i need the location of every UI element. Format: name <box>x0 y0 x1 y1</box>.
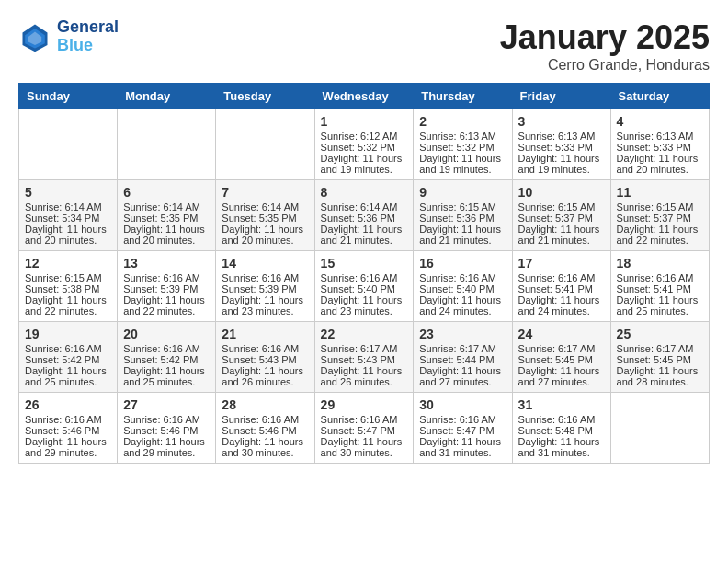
day-number: 21 <box>222 327 308 341</box>
calendar-cell: 29Sunrise: 6:16 AMSunset: 5:47 PMDayligh… <box>314 393 414 464</box>
calendar-cell: 16Sunrise: 6:16 AMSunset: 5:40 PMDayligh… <box>414 251 512 322</box>
calendar-cell: 1Sunrise: 6:12 AMSunset: 5:32 PMDaylight… <box>314 109 414 180</box>
day-info-line: Sunset: 5:33 PM <box>617 142 703 153</box>
day-info-line: Daylight: 11 hours and 21 minutes. <box>518 224 605 246</box>
day-info-line: Sunset: 5:37 PM <box>617 213 703 224</box>
col-header-sunday: Sunday <box>19 84 118 109</box>
calendar-cell: 9Sunrise: 6:15 AMSunset: 5:36 PMDaylight… <box>414 180 512 251</box>
day-number: 22 <box>321 327 408 341</box>
day-info-line: Daylight: 11 hours and 19 minutes. <box>321 153 408 175</box>
day-number: 23 <box>419 327 506 341</box>
day-info-line: Daylight: 11 hours and 21 minutes. <box>321 224 408 246</box>
calendar-cell: 3Sunrise: 6:13 AMSunset: 5:33 PMDaylight… <box>512 109 610 180</box>
col-header-wednesday: Wednesday <box>314 84 414 109</box>
day-info-line: Daylight: 11 hours and 19 minutes. <box>419 153 506 175</box>
day-info-line: Sunrise: 6:17 AM <box>321 343 408 354</box>
day-number: 3 <box>518 114 605 129</box>
day-number: 20 <box>123 327 210 341</box>
calendar-cell: 11Sunrise: 6:15 AMSunset: 5:37 PMDayligh… <box>610 180 709 251</box>
calendar-cell: 12Sunrise: 6:15 AMSunset: 5:38 PMDayligh… <box>19 251 118 322</box>
day-info-line: Daylight: 11 hours and 26 minutes. <box>321 365 408 387</box>
day-number: 25 <box>617 327 703 341</box>
logo: General Blue <box>18 18 119 55</box>
day-info-line: Sunset: 5:47 PM <box>321 425 408 436</box>
day-number: 8 <box>321 185 408 200</box>
day-info-line: Daylight: 11 hours and 26 minutes. <box>222 365 308 387</box>
calendar-cell: 18Sunrise: 6:16 AMSunset: 5:41 PMDayligh… <box>610 251 709 322</box>
day-info-line: Sunrise: 6:17 AM <box>518 343 605 354</box>
calendar-table: SundayMondayTuesdayWednesdayThursdayFrid… <box>18 83 710 464</box>
day-info-line: Sunrise: 6:17 AM <box>617 343 703 354</box>
day-info-line: Sunset: 5:48 PM <box>518 425 605 436</box>
logo-text: General Blue <box>57 18 119 55</box>
calendar-cell: 10Sunrise: 6:15 AMSunset: 5:37 PMDayligh… <box>512 180 610 251</box>
day-info-line: Sunrise: 6:16 AM <box>617 272 703 283</box>
day-info-line: Daylight: 11 hours and 30 minutes. <box>321 436 408 458</box>
logo-line2: Blue <box>57 37 119 55</box>
calendar-week-row: 12Sunrise: 6:15 AMSunset: 5:38 PMDayligh… <box>19 251 710 322</box>
day-info-line: Sunset: 5:35 PM <box>222 213 308 224</box>
day-info-line: Daylight: 11 hours and 28 minutes. <box>617 365 703 387</box>
calendar-cell: 25Sunrise: 6:17 AMSunset: 5:45 PMDayligh… <box>610 322 709 393</box>
day-info-line: Sunset: 5:39 PM <box>222 283 308 294</box>
calendar-cell: 27Sunrise: 6:16 AMSunset: 5:46 PMDayligh… <box>118 393 216 464</box>
day-info-line: Daylight: 11 hours and 25 minutes. <box>25 365 111 387</box>
day-info-line: Daylight: 11 hours and 30 minutes. <box>222 436 308 458</box>
calendar-cell: 30Sunrise: 6:16 AMSunset: 5:47 PMDayligh… <box>414 393 512 464</box>
day-info-line: Sunset: 5:46 PM <box>123 425 210 436</box>
day-info-line: Daylight: 11 hours and 29 minutes. <box>123 436 210 458</box>
day-info-line: Daylight: 11 hours and 27 minutes. <box>518 365 605 387</box>
day-number: 12 <box>25 256 111 270</box>
calendar-cell: 23Sunrise: 6:17 AMSunset: 5:44 PMDayligh… <box>414 322 512 393</box>
day-info-line: Daylight: 11 hours and 25 minutes. <box>617 294 703 316</box>
location-subtitle: Cerro Grande, Honduras <box>500 57 710 74</box>
calendar-cell: 13Sunrise: 6:16 AMSunset: 5:39 PMDayligh… <box>118 251 216 322</box>
day-info-line: Sunrise: 6:16 AM <box>25 343 111 354</box>
day-info-line: Sunrise: 6:13 AM <box>419 131 506 142</box>
col-header-friday: Friday <box>512 84 610 109</box>
day-number: 14 <box>222 256 308 270</box>
day-info-line: Sunset: 5:36 PM <box>419 213 506 224</box>
day-number: 7 <box>222 185 308 200</box>
calendar-cell: 21Sunrise: 6:16 AMSunset: 5:43 PMDayligh… <box>216 322 314 393</box>
day-number: 27 <box>123 397 210 412</box>
day-info-line: Daylight: 11 hours and 19 minutes. <box>518 153 605 175</box>
title-section: January 2025 Cerro Grande, Honduras <box>500 18 710 74</box>
day-info-line: Sunset: 5:46 PM <box>222 425 308 436</box>
calendar-week-row: 26Sunrise: 6:16 AMSunset: 5:46 PMDayligh… <box>19 393 710 464</box>
day-info-line: Sunset: 5:37 PM <box>518 213 605 224</box>
day-info-line: Sunrise: 6:16 AM <box>321 414 408 425</box>
day-number: 6 <box>123 185 210 200</box>
logo-icon <box>18 20 51 53</box>
day-info-line: Sunrise: 6:16 AM <box>518 414 605 425</box>
logo-line1: General <box>57 18 119 37</box>
day-info-line: Sunset: 5:38 PM <box>25 283 111 294</box>
day-info-line: Sunrise: 6:17 AM <box>419 343 506 354</box>
day-info-line: Sunrise: 6:16 AM <box>419 272 506 283</box>
day-info-line: Daylight: 11 hours and 25 minutes. <box>123 365 210 387</box>
day-info-line: Sunrise: 6:16 AM <box>222 272 308 283</box>
day-info-line: Sunset: 5:44 PM <box>419 354 506 365</box>
calendar-cell: 17Sunrise: 6:16 AMSunset: 5:41 PMDayligh… <box>512 251 610 322</box>
day-info-line: Daylight: 11 hours and 20 minutes. <box>617 153 703 175</box>
calendar-cell <box>610 393 709 464</box>
day-info-line: Sunrise: 6:12 AM <box>321 131 408 142</box>
day-info-line: Daylight: 11 hours and 22 minutes. <box>617 224 703 246</box>
day-info-line: Sunrise: 6:16 AM <box>123 414 210 425</box>
day-number: 16 <box>419 256 506 270</box>
day-info-line: Sunset: 5:43 PM <box>222 354 308 365</box>
day-number: 31 <box>518 397 605 412</box>
calendar-cell: 22Sunrise: 6:17 AMSunset: 5:43 PMDayligh… <box>314 322 414 393</box>
calendar-header-row: SundayMondayTuesdayWednesdayThursdayFrid… <box>19 84 710 109</box>
day-number: 28 <box>222 397 308 412</box>
day-info-line: Sunrise: 6:15 AM <box>617 201 703 213</box>
day-info-line: Sunrise: 6:13 AM <box>617 131 703 142</box>
day-info-line: Sunset: 5:43 PM <box>321 354 408 365</box>
day-info-line: Daylight: 11 hours and 29 minutes. <box>25 436 111 458</box>
day-info-line: Sunset: 5:32 PM <box>321 142 408 153</box>
day-number: 19 <box>25 327 111 341</box>
day-info-line: Daylight: 11 hours and 24 minutes. <box>518 294 605 316</box>
day-info-line: Sunrise: 6:14 AM <box>123 201 210 213</box>
day-info-line: Sunset: 5:41 PM <box>518 283 605 294</box>
day-info-line: Sunset: 5:40 PM <box>419 283 506 294</box>
